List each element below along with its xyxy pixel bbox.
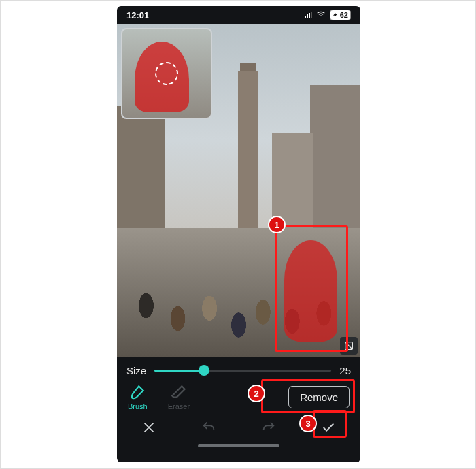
- eraser-tool-label: Eraser: [168, 402, 190, 410]
- close-icon: [141, 420, 156, 435]
- photo-canvas[interactable]: 1: [117, 24, 360, 357]
- status-bar: 12:01 62: [117, 6, 360, 24]
- brush-size-slider[interactable]: [154, 363, 331, 378]
- eraser-icon: [170, 383, 188, 401]
- undo-button[interactable]: [194, 416, 223, 439]
- compare-icon: [343, 340, 354, 351]
- size-value: 25: [339, 365, 351, 376]
- undo-icon: [201, 420, 216, 435]
- redo-icon: [261, 420, 276, 435]
- cancel-button[interactable]: [135, 416, 163, 439]
- redo-button[interactable]: [254, 416, 283, 439]
- battery-indicator: 62: [330, 10, 351, 20]
- check-icon: [321, 420, 336, 435]
- zoom-preview: [121, 28, 212, 119]
- phone-frame: 12:01 62: [117, 6, 360, 462]
- annotation-number-2: 2: [248, 385, 265, 402]
- remove-button[interactable]: Remove: [288, 386, 350, 408]
- size-label: Size: [126, 365, 146, 376]
- preview-reticle-icon: [155, 62, 178, 85]
- scene-tower: [238, 71, 258, 228]
- brush-tool-button[interactable]: Brush: [128, 383, 148, 410]
- compare-toggle-button[interactable]: [340, 337, 358, 355]
- brush-icon: [129, 383, 146, 401]
- brush-tool-label: Brush: [128, 402, 148, 410]
- home-indicator: [198, 444, 279, 447]
- editor-toolbar: Size 25 Brush Eraser Remove: [117, 357, 360, 449]
- eraser-tool-button[interactable]: Eraser: [168, 383, 190, 410]
- brush-mask-overlay: [284, 240, 337, 342]
- wifi-icon: [316, 10, 326, 21]
- confirm-button[interactable]: [314, 416, 343, 439]
- signal-icon: [305, 12, 312, 18]
- status-time: 12:01: [126, 10, 149, 20]
